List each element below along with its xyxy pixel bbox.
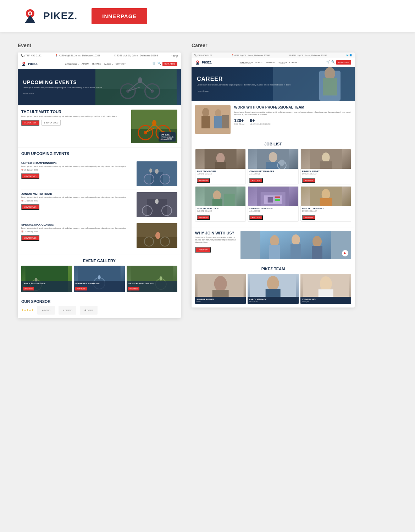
sponsor-row: ★★★★★ ◈ LOGO ✦ BRAND ⬟ CORP	[21, 306, 177, 315]
svg-point-96	[312, 236, 322, 247]
team-2-info: ZARCY MARKOV Technician	[248, 297, 298, 304]
work-image	[195, 105, 231, 134]
team-2-role: Technician	[249, 300, 297, 303]
event-3-image	[137, 223, 177, 248]
svg-rect-8	[95, 89, 177, 105]
gallery-1-btn[interactable]: VIEW IMAGE	[23, 287, 34, 290]
work-description: Lorem ipsum dolor sit amet, consectetur …	[234, 111, 351, 116]
gallery-title: EVENT GALLERY	[21, 259, 177, 263]
why-team-svg	[240, 231, 351, 259]
svg-rect-84	[268, 197, 273, 203]
upcoming-section: OUR UPCOMING EVENTS UNITED CHAMPIONSHIPS…	[18, 148, 181, 255]
sponsor-title: OUR SPONSOR	[21, 299, 177, 304]
location-badge: SAN JOSE 275 nth dr south Arizona 80475	[159, 132, 176, 142]
career-hero-title: CAREER	[197, 76, 349, 82]
svg-point-2	[29, 12, 31, 15]
work-team-photo	[195, 105, 231, 134]
why-image: ▶	[240, 231, 351, 259]
career-nav-logo: PIKEZ.	[195, 60, 212, 65]
job-4-info: RESEARCHER TEAM EUROPE DEALER APPLY NOW	[195, 206, 245, 221]
gallery-3-btn[interactable]: VIEW IMAGE	[128, 287, 139, 290]
svg-point-51	[159, 276, 162, 281]
event-3-date: 📅 16 January 2020	[21, 231, 134, 233]
svg-rect-65	[222, 115, 229, 128]
job-4-apply-btn[interactable]: APPLY NOW	[197, 215, 210, 220]
career-hero: CAREER Lorem ipsum dolor sit amet, conse…	[192, 67, 355, 101]
stat-experience: 9+ YEARS EXPERIENCE	[250, 118, 271, 125]
svg-rect-97	[312, 246, 322, 259]
career-rent-btn[interactable]: RENT A BIKE	[336, 60, 351, 65]
why-content: WHY JOIN WITH US? Lorem ipsum dolor sit …	[195, 231, 351, 259]
svg-rect-79	[212, 199, 222, 206]
join-now-button[interactable]: JOIN NOW	[195, 247, 211, 253]
job-6-image	[301, 187, 351, 206]
job-2-apply-btn[interactable]: APPLY NOW	[249, 178, 262, 183]
team-2-svg	[248, 274, 298, 297]
career-browser: 📞 (789) 456-0122 📍 4249 digit St, Johns,…	[192, 52, 355, 307]
job-4-location: EUROPE DEALER	[197, 210, 244, 212]
search-icon[interactable]: 🔍	[157, 62, 161, 66]
main-content: Event 📞 (789) 456-0122 📍 4249 digit St, …	[0, 32, 415, 329]
event-1-desc: Lorem ipsum dolor sit amet, consectetur …	[21, 165, 134, 168]
tour-image: SAN JOSE 275 nth dr south Arizona 80475	[131, 110, 177, 143]
job-3-apply-btn[interactable]: APPLY NOW	[302, 178, 315, 183]
career-search-icon[interactable]: 🔍	[331, 60, 335, 65]
svg-rect-76	[320, 161, 332, 169]
job-4-role: RESEARCHER TEAM	[197, 207, 244, 210]
event-2-btn[interactable]: VIEW DETAILS	[21, 204, 39, 210]
gallery-2-btn[interactable]: VIEW IMAGE	[75, 287, 87, 290]
job-3-info: RIDER SUPPORT EUROPE DEALER APPLY NOW	[301, 169, 351, 184]
team-1-photo	[195, 274, 246, 297]
svg-point-70	[269, 152, 277, 162]
address-left: 📍 4249 digit St, Johns, Delaware 10268	[55, 54, 100, 57]
svg-point-78	[213, 190, 221, 200]
sponsor-logo-3: ⬟ CORP	[80, 306, 98, 315]
sponsor-section: OUR SPONSOR ★★★★★ ◈ LOGO ✦ BRAND ⬟ CORP	[18, 296, 181, 318]
svg-point-26	[152, 120, 156, 126]
work-section: WORK WITH OUR PROFESSIONAL TEAM Lorem ip…	[192, 101, 355, 138]
job-6-apply-btn[interactable]: APPLY NOW	[302, 215, 315, 220]
event-1-text: UNITED CHAMPIONSHIPS Lorem ipsum dolor s…	[21, 161, 134, 186]
event-hero-subtitle: Lorem ipsum dolor sit amet, consectetur …	[23, 87, 176, 89]
gallery-3-label: SINGAPORE ROAD BIKE 2020 VIEW IMAGE	[127, 281, 177, 292]
event-3-title: SPECIAL MAX CLASSIC	[21, 223, 134, 226]
svg-rect-106	[318, 289, 333, 297]
event-1-btn[interactable]: VIEW DETAILS	[21, 173, 39, 179]
stat-preteam: 120+ PRE TEAM	[234, 118, 244, 125]
event-1-title: UNITED CHAMPIONSHIPS	[21, 161, 134, 165]
why-description: Lorem ipsum dolor sit amet, consectetur …	[195, 236, 238, 244]
watch-video-button[interactable]: ▶ WATCH VIDEO	[42, 120, 61, 126]
career-address2: ✉ 4249 digit St, Johns, Delaware 10268	[289, 54, 327, 56]
rent-btn[interactable]: RENT A BIKE	[162, 62, 177, 66]
left-panel: Event 📞 (789) 456-0122 📍 4249 digit St, …	[18, 43, 181, 318]
svg-marker-6	[22, 63, 26, 66]
svg-point-40	[155, 232, 160, 239]
job-1-apply-btn[interactable]: APPLY NOW	[197, 178, 210, 183]
play-button[interactable]: ▶	[342, 250, 348, 256]
job-1-location: EUROPE DEALER	[197, 173, 244, 175]
team-1-info: ALBERT ROMAN Rider	[195, 297, 246, 304]
event-2-svg	[137, 192, 177, 217]
tour-buttons: VIEW DETAILS ▶ WATCH VIDEO	[21, 120, 128, 126]
header: PIKEZ. INNERPAGE	[0, 0, 415, 32]
job-5-apply-btn[interactable]: APPLY NOW	[249, 215, 262, 220]
innerpage-button[interactable]: INNERPAGE	[92, 8, 147, 24]
career-topbar: 📞 (789) 456-0122 📍 4249 digit St, Johns,…	[192, 52, 355, 58]
job-3-image	[301, 149, 351, 169]
view-details-button[interactable]: VIEW DETAILS	[21, 120, 39, 126]
event-hero-breadcrumb: Home - Event	[23, 93, 176, 95]
svg-rect-80	[224, 194, 235, 206]
svg-point-37	[155, 199, 159, 204]
job-5-image	[248, 187, 298, 206]
job-3-svg	[301, 149, 351, 169]
job-1-role: BIKE TECHNICIAN	[197, 170, 244, 172]
why-text-block: WHY JOIN WITH US? Lorem ipsum dolor sit …	[195, 231, 238, 253]
team-3-photo	[300, 274, 351, 297]
cart-icon[interactable]: 🛒	[153, 62, 156, 66]
team-3-info: STEVE BURG Manager	[300, 297, 351, 304]
job-1-svg	[195, 149, 245, 169]
event-3-btn[interactable]: VIEW DETAILS	[21, 235, 39, 241]
event-item-2: JUNIOR METRO ROAD Lorem ipsum dolor sit …	[21, 189, 177, 220]
job-6-svg	[301, 187, 351, 206]
career-cart-icon[interactable]: 🛒	[326, 60, 330, 65]
